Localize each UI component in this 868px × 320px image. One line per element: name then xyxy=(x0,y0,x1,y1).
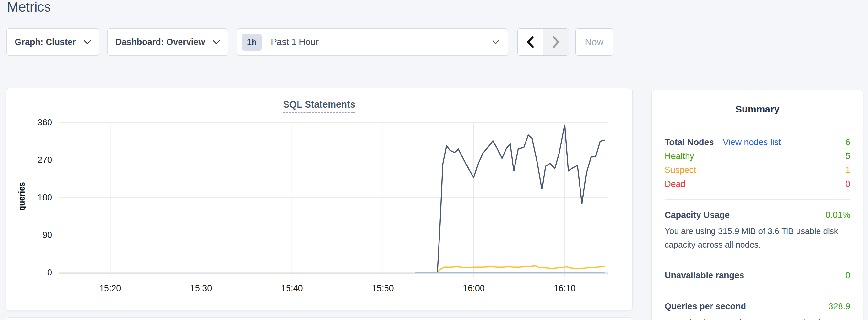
total-nodes-value: 6 xyxy=(845,135,850,149)
capacity-usage-description: You are using 315.9 MiB of 3.6 TiB usabl… xyxy=(664,225,850,252)
healthy-nodes-row: Healthy 5 xyxy=(664,149,850,163)
x-tick-label: 15:50 xyxy=(372,284,394,293)
queries-per-second-label: Queries per second xyxy=(664,300,746,314)
step-back-button[interactable] xyxy=(518,29,543,55)
capacity-usage-label: Capacity Usage xyxy=(664,208,730,222)
time-range-dropdown[interactable]: 1h Past 1 Hour xyxy=(237,28,508,56)
chart-title[interactable]: SQL Statements xyxy=(283,99,355,114)
total-nodes-label: Total Nodes xyxy=(664,137,714,147)
step-forward-button[interactable] xyxy=(543,29,568,55)
graph-scope-label: Graph: Cluster xyxy=(14,37,76,47)
view-nodes-list-link[interactable]: View nodes list xyxy=(723,137,781,147)
chevron-down-icon xyxy=(84,40,91,44)
dead-nodes-row: Dead 0 xyxy=(664,177,850,191)
now-button[interactable]: Now xyxy=(575,28,613,56)
page-title: Metrics xyxy=(7,0,51,15)
suspect-nodes-row: Suspect 1 xyxy=(664,163,850,177)
y-tick-label: 270 xyxy=(37,155,52,165)
unavailable-ranges-row: Unavailable ranges 0 xyxy=(664,268,850,283)
healthy-label: Healthy xyxy=(664,149,694,163)
chart-canvas xyxy=(59,116,608,277)
next-chart-card-edge xyxy=(6,317,632,320)
y-tick-label: 90 xyxy=(42,230,52,240)
queries-per-second-description: Sum of Selects, Updates, Inserts, and De… xyxy=(664,316,850,320)
chart-plot-area[interactable]: queries 09018027036015:2015:3015:4015:50… xyxy=(59,116,608,277)
queries-per-second-value: 328.9 xyxy=(828,300,850,314)
unavailable-ranges-label: Unavailable ranges xyxy=(664,268,744,283)
suspect-value: 1 xyxy=(845,163,850,177)
chart-series-statements-dark-slate xyxy=(438,125,605,273)
y-axis-unit-label: queries xyxy=(17,116,27,277)
capacity-usage-value: 0.01% xyxy=(825,208,850,222)
y-tick-label: 180 xyxy=(37,193,52,203)
total-nodes-row: Total Nodes View nodes list 6 xyxy=(664,135,850,149)
healthy-value: 5 xyxy=(845,149,850,163)
chevron-down-icon xyxy=(213,40,220,44)
divider xyxy=(664,291,850,291)
chevron-left-icon xyxy=(526,36,534,48)
x-tick-label: 15:20 xyxy=(99,284,121,293)
dead-value: 0 xyxy=(845,177,850,191)
x-tick-label: 16:10 xyxy=(554,284,576,293)
capacity-usage-row: Capacity Usage 0.01% xyxy=(664,208,850,222)
dead-label: Dead xyxy=(664,177,686,191)
y-tick-label: 0 xyxy=(47,268,52,278)
chevron-right-icon xyxy=(552,36,560,48)
unavailable-ranges-value: 0 xyxy=(845,268,850,283)
time-range-label: Past 1 Hour xyxy=(271,37,492,47)
chart-title-wrap: SQL Statements xyxy=(6,99,632,114)
dashboard-label: Dashboard: Overview xyxy=(116,37,205,47)
chart-series-statements-yellow xyxy=(438,266,605,273)
x-tick-label: 15:40 xyxy=(281,284,303,293)
queries-per-second-row: Queries per second 328.9 xyxy=(664,300,850,314)
time-step-button-group xyxy=(518,28,569,56)
metrics-toolbar: Graph: Cluster Dashboard: Overview 1h Pa… xyxy=(6,28,613,56)
x-tick-label: 16:00 xyxy=(463,284,485,293)
total-nodes-label-group: Total Nodes View nodes list xyxy=(664,135,781,149)
sql-statements-chart-card: SQL Statements queries 09018027036015:20… xyxy=(6,88,632,310)
time-range-badge: 1h xyxy=(242,34,261,51)
y-tick-label: 360 xyxy=(37,118,52,128)
x-tick-label: 15:30 xyxy=(190,284,212,293)
graph-scope-dropdown[interactable]: Graph: Cluster xyxy=(6,28,99,56)
dashboard-dropdown[interactable]: Dashboard: Overview xyxy=(107,28,228,56)
chevron-down-icon xyxy=(492,40,499,44)
summary-title: Summary xyxy=(664,104,850,115)
suspect-label: Suspect xyxy=(664,163,696,177)
summary-panel: Summary Total Nodes View nodes list 6 He… xyxy=(651,90,864,320)
divider xyxy=(664,199,850,200)
